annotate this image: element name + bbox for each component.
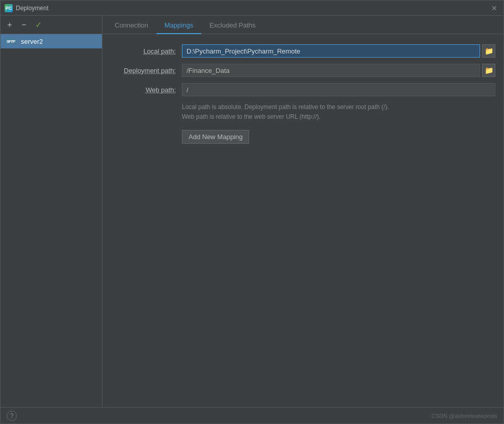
local-path-input-wrapper: 📁	[182, 44, 495, 58]
sftp-icon: SFTP	[5, 37, 17, 45]
remove-server-button[interactable]: −	[18, 19, 30, 31]
web-path-input[interactable]	[182, 83, 495, 96]
deployment-path-row: Deployment path: 📁	[111, 64, 495, 77]
add-server-button[interactable]: +	[4, 19, 16, 31]
app-icon-text: PC	[6, 6, 12, 11]
deployment-path-input[interactable]	[182, 64, 480, 77]
deployment-window: PC Deployment ✕ + − ✓ SF	[0, 0, 504, 424]
watermark: CSDN @autoreleasepools	[432, 413, 497, 419]
main-content: + − ✓ SFTP server2	[1, 16, 503, 407]
local-path-label: Local path:	[111, 47, 182, 55]
hint-line2: Web path is relative to the web server U…	[182, 112, 495, 122]
confirm-button[interactable]: ✓	[32, 19, 44, 31]
local-path-input[interactable]	[182, 44, 480, 58]
deployment-path-label: Deployment path:	[111, 67, 182, 74]
web-path-input-wrapper	[182, 83, 495, 96]
web-path-row: Web path:	[111, 83, 495, 96]
sidebar-item-label: server2	[21, 38, 43, 45]
title-bar-left: PC Deployment	[5, 4, 48, 12]
local-path-row: Local path: 📁	[111, 44, 495, 58]
form-area: Local path: 📁 Deployment path:	[102, 34, 503, 407]
deployment-path-browse-button[interactable]: 📁	[482, 64, 495, 77]
app-icon: PC	[5, 4, 13, 12]
window-title: Deployment	[16, 5, 48, 12]
hint-line1: Local path is absolute. Deployment path …	[182, 102, 495, 112]
sidebar-toolbar: + − ✓	[1, 16, 102, 34]
tab-connection[interactable]: Connection	[107, 17, 156, 34]
tabs-bar: Connection Mappings Excluded Paths	[102, 16, 503, 34]
close-button[interactable]: ✕	[489, 3, 499, 13]
sidebar-items-list: SFTP server2	[1, 34, 102, 407]
add-new-mapping-button[interactable]: Add New Mapping	[182, 130, 249, 144]
help-button[interactable]: ?	[7, 411, 17, 421]
title-bar: PC Deployment ✕	[1, 1, 503, 16]
folder-icon: 📁	[485, 66, 493, 74]
deployment-path-input-wrapper: 📁	[182, 64, 495, 77]
sidebar-item-server2[interactable]: SFTP server2	[1, 34, 102, 48]
sidebar: + − ✓ SFTP server2	[1, 16, 102, 407]
folder-icon: 📁	[485, 47, 493, 55]
tab-mappings[interactable]: Mappings	[156, 17, 201, 34]
right-panel: Connection Mappings Excluded Paths Local…	[102, 16, 503, 407]
footer: ? CSDN @autoreleasepools	[1, 407, 503, 423]
tab-excluded-paths[interactable]: Excluded Paths	[201, 17, 263, 34]
local-path-browse-button[interactable]: 📁	[482, 44, 495, 58]
web-path-label: Web path:	[111, 86, 182, 94]
hint-text: Local path is absolute. Deployment path …	[182, 102, 495, 122]
